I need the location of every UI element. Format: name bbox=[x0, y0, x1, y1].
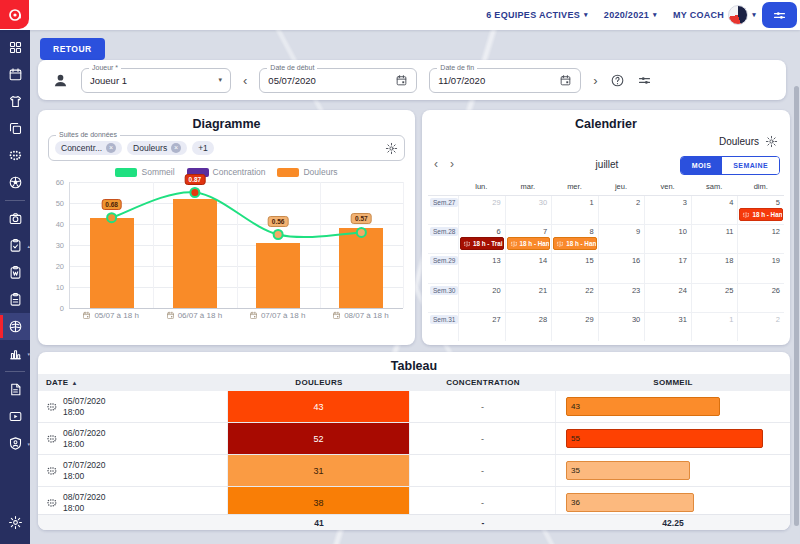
app-logo[interactable] bbox=[0, 0, 29, 29]
column-header-douleurs[interactable]: DOULEURS bbox=[228, 374, 410, 391]
column-header-sommeil[interactable]: SOMMEIL bbox=[556, 374, 790, 391]
calendar-day-cell[interactable]: 29 bbox=[551, 313, 598, 341]
calendar-day-cell[interactable]: 19 bbox=[737, 254, 784, 282]
calendar-day-cell[interactable]: 4 bbox=[691, 196, 738, 224]
calendar-day-cell[interactable]: 12 bbox=[737, 225, 784, 253]
sidebar-item-reports[interactable] bbox=[0, 259, 30, 286]
sidebar-item-notes[interactable] bbox=[0, 286, 30, 313]
calendar-day-cell[interactable]: 518 h - Han bbox=[737, 196, 784, 224]
table-row-3[interactable]: 07/07/202018:0031-35 bbox=[38, 455, 790, 487]
calendar-day-cell[interactable]: 24 bbox=[644, 284, 691, 312]
sidebar-item-sessions[interactable] bbox=[0, 142, 30, 169]
sidebar-item-wellness[interactable] bbox=[0, 313, 30, 340]
calendar-event[interactable]: 18 h - Han bbox=[553, 237, 597, 250]
data-point-4[interactable] bbox=[357, 228, 366, 237]
next-period-button[interactable]: › bbox=[593, 74, 597, 87]
calendar-day-cell[interactable]: 3 bbox=[644, 196, 691, 224]
calendar-day-cell[interactable]: 13 bbox=[458, 254, 505, 282]
sidebar-item-matches[interactable] bbox=[0, 169, 30, 196]
series-chip-2[interactable]: Douleurs× bbox=[127, 141, 187, 155]
event-label: 18 h - Trai bbox=[473, 240, 502, 247]
gear-icon[interactable] bbox=[385, 142, 398, 155]
help-icon[interactable] bbox=[610, 73, 625, 88]
calendar-day-cell[interactable]: 818 h - Han bbox=[551, 225, 598, 253]
calendar-day-cell[interactable]: 29 bbox=[458, 196, 505, 224]
calendar-day-cell[interactable]: 20 bbox=[458, 284, 505, 312]
calendar-day-cell[interactable]: 21 bbox=[505, 284, 552, 312]
calendar-day-cell[interactable]: 17 bbox=[644, 254, 691, 282]
day-number: 1 bbox=[692, 313, 738, 324]
sidebar-item-security[interactable]: ▾ bbox=[0, 430, 30, 457]
calendar-day-cell[interactable]: 9 bbox=[598, 225, 645, 253]
calendar-event[interactable]: 18 h - Trai bbox=[460, 237, 504, 250]
sidebar-item-dashboard[interactable] bbox=[0, 34, 30, 61]
sidebar-item-calendar[interactable] bbox=[0, 61, 30, 88]
player-select[interactable]: Joueur * Joueur 1 ▾ bbox=[81, 68, 231, 93]
calendar-icon[interactable] bbox=[559, 74, 572, 87]
calendar-day-cell[interactable]: 718 h - Han bbox=[505, 225, 552, 253]
calendar-day-cell[interactable]: 31 bbox=[644, 313, 691, 341]
calendar-metric-filter[interactable]: Douleurs bbox=[719, 135, 778, 148]
sidebar-item-duplicates[interactable] bbox=[0, 115, 30, 142]
coach-menu[interactable]: MY COACH ▾ bbox=[673, 5, 756, 25]
remove-chip-icon[interactable]: × bbox=[106, 143, 116, 153]
calendar-event[interactable]: 18 h - Han bbox=[739, 208, 783, 221]
view-month-button[interactable]: MOIS bbox=[681, 157, 723, 174]
table-row-1[interactable]: 05/07/202018:0043-43 bbox=[38, 391, 790, 423]
calendar-day-cell[interactable]: 27 bbox=[458, 313, 505, 341]
sidebar-item-settings[interactable] bbox=[0, 509, 30, 536]
sidebar-item-tasks[interactable]: ▴ bbox=[0, 232, 30, 259]
date-end-field[interactable]: Date de fin 11/07/2020 bbox=[429, 68, 581, 93]
data-point-2[interactable] bbox=[190, 188, 199, 197]
header-filters-button[interactable] bbox=[762, 2, 797, 28]
calendar-day-cell[interactable]: 2 bbox=[598, 196, 645, 224]
calendar-icon[interactable] bbox=[395, 74, 408, 87]
series-chip-1[interactable]: Concentr...× bbox=[55, 141, 122, 155]
remove-chip-icon[interactable]: × bbox=[171, 143, 181, 153]
date-start-field[interactable]: Date de début 05/07/2020 bbox=[259, 68, 417, 93]
calendar-day-cell[interactable]: 14 bbox=[505, 254, 552, 282]
calendar-day-cell[interactable]: 25 bbox=[691, 284, 738, 312]
calendar-day-cell[interactable]: 18 bbox=[691, 254, 738, 282]
data-point-1[interactable] bbox=[107, 213, 116, 222]
chevron-down-icon: ▾ bbox=[27, 441, 30, 447]
calendar-day-cell[interactable]: 16 bbox=[598, 254, 645, 282]
calendar-day-cell[interactable]: 30 bbox=[505, 196, 552, 224]
calendar-day-cell[interactable]: 15 bbox=[551, 254, 598, 282]
sidebar-item-media[interactable] bbox=[0, 205, 30, 232]
calendar-day-cell[interactable]: 11 bbox=[691, 225, 738, 253]
calendar-day-cell[interactable]: 2 bbox=[737, 313, 784, 341]
prev-period-button[interactable]: ‹ bbox=[243, 74, 247, 87]
sidebar-item-stats[interactable]: ▾ bbox=[0, 340, 30, 367]
sidebar-divider bbox=[5, 200, 25, 201]
column-header-concentration[interactable]: CONCENTRATION bbox=[410, 374, 556, 391]
scrollbar-thumb[interactable] bbox=[794, 86, 799, 526]
day-number: 22 bbox=[552, 284, 598, 295]
calendar-day-cell[interactable]: 22 bbox=[551, 284, 598, 312]
calendar-day-cell[interactable]: 618 h - Trai bbox=[458, 225, 505, 253]
calendar-day-cell[interactable]: 10 bbox=[644, 225, 691, 253]
series-chip-3[interactable]: +1 bbox=[192, 141, 214, 155]
sidebar-item-players[interactable] bbox=[0, 88, 30, 115]
calendar-day-cell[interactable]: 30 bbox=[598, 313, 645, 341]
sidebar-item-videos[interactable] bbox=[0, 403, 30, 430]
calendar-day-cell[interactable]: 23 bbox=[598, 284, 645, 312]
teams-selector[interactable]: 6 EQUIPES ACTIVES ▾ bbox=[486, 10, 588, 20]
calendar-day-cell[interactable]: 1 bbox=[691, 313, 738, 341]
season-selector[interactable]: 2020/2021 ▾ bbox=[604, 10, 657, 20]
day-number: 24 bbox=[645, 284, 691, 295]
column-header-date[interactable]: DATE▲ bbox=[38, 374, 228, 391]
calendar-day-cell[interactable]: 28 bbox=[505, 313, 552, 341]
back-button[interactable]: RETOUR bbox=[40, 38, 105, 60]
gear-icon[interactable] bbox=[765, 135, 778, 148]
table-row-2[interactable]: 06/07/202018:0052-55 bbox=[38, 423, 790, 455]
whistle-icon bbox=[8, 148, 23, 163]
view-week-button[interactable]: SEMAINE bbox=[722, 157, 779, 174]
day-number: 5 bbox=[738, 196, 784, 207]
sidebar-item-documents[interactable] bbox=[0, 376, 30, 403]
calendar-day-cell[interactable]: 26 bbox=[737, 284, 784, 312]
calendar-event[interactable]: 18 h - Han bbox=[507, 237, 551, 250]
calendar-day-cell[interactable]: 1 bbox=[551, 196, 598, 224]
data-point-3[interactable] bbox=[274, 230, 283, 239]
sliders-icon[interactable] bbox=[637, 73, 652, 88]
